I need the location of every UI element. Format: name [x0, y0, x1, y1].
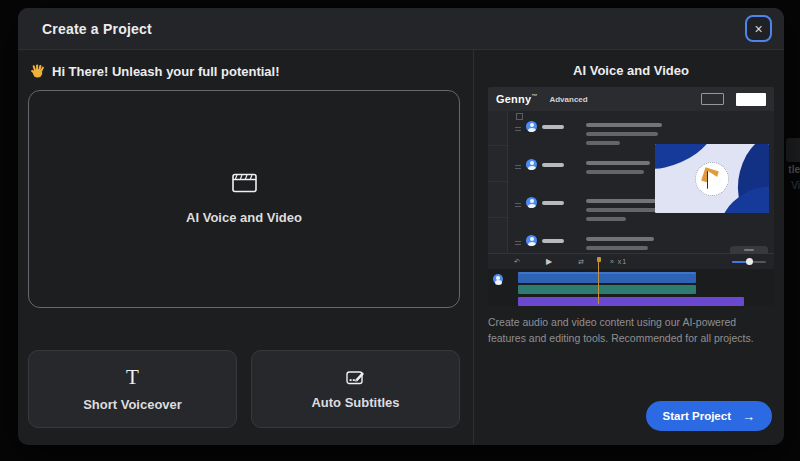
auto-subtitles-card[interactable]: Auto Subtitles	[251, 350, 460, 428]
ai-voice-video-label: AI Voice and Video	[186, 210, 302, 225]
speaker-avatar	[526, 197, 537, 208]
genny-app-preview: Genny™ Advanced	[488, 87, 774, 306]
modal-header: Create a Project ×	[18, 8, 784, 50]
wave-hand-icon	[30, 64, 45, 79]
preview-timeline-tracks	[488, 269, 774, 306]
modal-body: Hi There! Unleash your full potential! A…	[18, 50, 784, 444]
text-t-icon: T	[126, 367, 139, 388]
preview-tool-icon	[516, 113, 523, 120]
drag-handle-icon	[515, 125, 521, 133]
auto-subtitles-label: Auto Subtitles	[311, 395, 399, 410]
preview-left-rail	[488, 111, 508, 253]
background-panel-fragment	[786, 138, 800, 162]
detail-title: AI Voice and Video	[488, 63, 774, 78]
speaker-avatar	[526, 235, 537, 246]
greeting: Hi There! Unleash your full potential!	[28, 64, 460, 79]
speaker-avatar	[526, 159, 537, 170]
voice-track	[518, 272, 696, 283]
close-button[interactable]: ×	[745, 15, 772, 42]
play-icon: ▶	[546, 257, 552, 266]
preview-script-area	[508, 111, 774, 253]
short-voiceover-card[interactable]: T Short Voiceover	[28, 350, 237, 428]
start-project-button[interactable]: Start Project →	[646, 401, 772, 431]
speaker-name-bar	[542, 163, 564, 167]
project-type-panel: Hi There! Unleash your full potential! A…	[18, 50, 473, 444]
secondary-cards-row: T Short Voiceover Auto Subtitles	[28, 350, 460, 428]
split-icon: ⇄	[578, 258, 584, 266]
modal-title: Create a Project	[42, 21, 152, 37]
greeting-text: Hi There! Unleash your full potential!	[52, 64, 280, 79]
timeline-playhead	[598, 257, 599, 304]
project-detail-panel: AI Voice and Video Genny™ Advanced	[474, 50, 784, 444]
start-project-label: Start Project	[663, 410, 731, 422]
speaker-name-bar	[542, 239, 564, 243]
short-voiceover-label: Short Voiceover	[83, 397, 182, 412]
preview-outline-button	[701, 93, 724, 105]
music-track	[518, 297, 744, 306]
video-preview-thumbnail	[655, 144, 769, 213]
preview-editor-body	[488, 111, 774, 253]
close-icon: ×	[754, 22, 762, 36]
skip-icon: »	[610, 258, 615, 265]
drag-handle-icon	[515, 201, 521, 209]
subtitles-edit-icon	[346, 369, 365, 386]
background-text-fragment: Vi	[791, 180, 800, 191]
audio-track	[518, 285, 696, 294]
preview-playback-controls: ↶ ▶ ⇄ » x1	[488, 253, 774, 269]
speaker-name-bar	[542, 201, 564, 205]
project-description: Create audio and video content using our…	[488, 315, 774, 347]
clapperboard-icon	[232, 173, 257, 193]
script-text-lines	[586, 161, 650, 179]
volume-slider	[732, 261, 766, 263]
create-project-modal: Create a Project × Hi There! Unle	[18, 8, 784, 445]
drag-handle-icon	[515, 163, 521, 171]
script-text-lines	[586, 123, 662, 150]
arrow-right-icon: →	[742, 409, 755, 424]
play-button-illustration	[695, 162, 729, 196]
script-text-lines	[586, 199, 660, 226]
genny-logo: Genny™	[496, 93, 537, 105]
timeline-collapse-tab	[730, 246, 768, 254]
drag-handle-icon	[515, 239, 521, 247]
play-triangle-icon	[708, 171, 722, 189]
ai-voice-video-card[interactable]: AI Voice and Video	[28, 90, 460, 308]
track-speaker-avatar	[493, 274, 503, 284]
playback-speed: » x1	[610, 258, 627, 265]
undo-icon: ↶	[514, 258, 520, 266]
preview-white-button	[736, 93, 766, 106]
advanced-tab: Advanced	[549, 95, 587, 104]
preview-topbar: Genny™ Advanced	[488, 87, 774, 111]
background-text-fragment: tle	[788, 164, 800, 175]
speaker-name-bar	[542, 125, 564, 129]
speaker-avatar	[526, 121, 537, 132]
